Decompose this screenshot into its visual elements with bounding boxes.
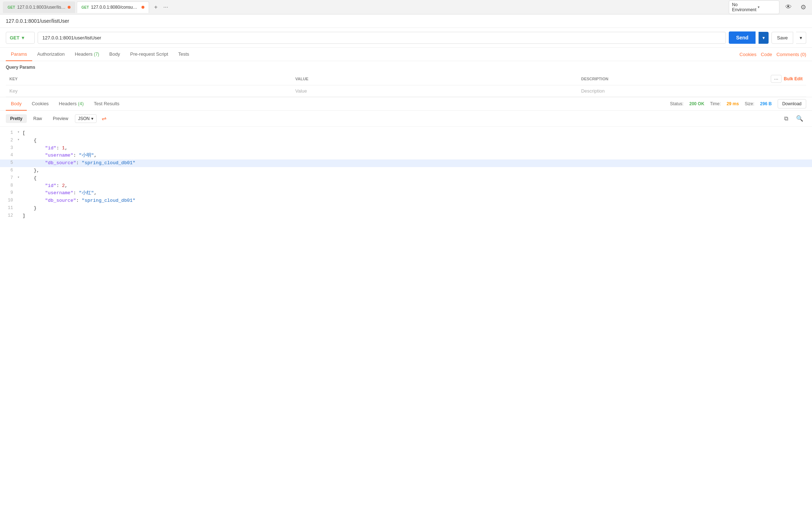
code-line-6: 6 }, (0, 167, 812, 175)
response-header: Body Cookies Headers (4) Test Results St… (0, 97, 812, 111)
tab-params[interactable]: Params (6, 48, 32, 61)
copy-icon[interactable]: ⧉ (781, 114, 791, 123)
resp-tab-cookies[interactable]: Cookies (27, 97, 54, 111)
col-desc-header: DESCRIPTION ··· Bulk Edit (578, 73, 806, 85)
tab-pre-request-script[interactable]: Pre-request Script (125, 48, 173, 61)
line-toggle (17, 145, 22, 152)
line-content: } (22, 205, 812, 212)
raw-button[interactable]: Raw (29, 114, 46, 123)
resp-tab-headers[interactable]: Headers (4) (54, 97, 89, 111)
code-line-11: 11 } (0, 205, 812, 212)
tab-authorization[interactable]: Authorization (32, 48, 70, 61)
format-chevron-icon: ▾ (91, 116, 93, 121)
search-icon[interactable]: 🔍 (793, 114, 806, 123)
line-number: 11 (0, 205, 17, 212)
send-button[interactable]: Send (729, 31, 756, 44)
line-number: 7 (0, 175, 17, 182)
request-title: 127.0.0.1:8001/user/listUser (0, 14, 812, 28)
more-tabs-button[interactable]: ··· (161, 3, 170, 12)
line-number: 10 (0, 197, 17, 205)
tab2-url: 127.0.0.1:8080/consumer/user/l... (91, 5, 139, 10)
params-table: KEY VALUE DESCRIPTION ··· Bulk Edit (6, 73, 806, 97)
tab2-dot (141, 6, 144, 9)
url-bar: GET ▾ Send ▾ Save ▾ (0, 28, 812, 48)
url-input[interactable] (38, 32, 726, 44)
time-label: Time: (710, 101, 721, 106)
col-value-header: VALUE (292, 73, 578, 85)
params-options-button[interactable]: ··· (771, 75, 782, 83)
line-toggle (17, 159, 22, 167)
chevron-down-icon: ▾ (758, 5, 776, 9)
col-key-header: KEY (6, 73, 292, 85)
line-content: { (22, 175, 812, 182)
tab-actions: + ··· (152, 3, 170, 12)
env-area: No Environment ▾ 👁 ⚙ (729, 0, 809, 14)
line-toggle[interactable]: ▾ (17, 137, 22, 145)
request-tab-right: Cookies Code Comments (0) (740, 52, 806, 57)
code-line-3: 3 "id": 1, (0, 145, 812, 152)
add-tab-button[interactable]: + (152, 3, 160, 12)
line-content: }, (22, 167, 812, 175)
wrap-icon[interactable]: ⇌ (99, 114, 109, 123)
cookies-link[interactable]: Cookies (740, 52, 757, 57)
line-toggle (17, 197, 22, 205)
tab1-url: 127.0.0.1:8003/user/listUser (17, 5, 65, 10)
tab2-method: GET (81, 5, 89, 9)
line-number: 2 (0, 137, 17, 145)
line-number: 5 (0, 159, 17, 167)
format-label: JSON (78, 116, 90, 121)
comments-link[interactable]: Comments (0) (777, 52, 806, 57)
code-line-2: 2▾ { (0, 137, 812, 145)
response-section: Body Cookies Headers (4) Test Results St… (0, 97, 812, 223)
tab-bar: GET 127.0.0.1:8003/user/listUser GET 127… (0, 0, 812, 14)
line-toggle[interactable]: ▾ (17, 129, 22, 137)
send-dropdown-button[interactable]: ▾ (758, 32, 769, 44)
bulk-edit-button[interactable]: Bulk Edit (784, 76, 803, 81)
tab1-dot (68, 6, 71, 9)
desc-input-cell[interactable]: Description (578, 85, 806, 97)
query-params-title: Query Params (6, 65, 806, 70)
code-line-10: 10 "db_source": "spring_cloud_db01" (0, 197, 812, 205)
code-link[interactable]: Code (761, 52, 772, 57)
save-dropdown-button[interactable]: ▾ (796, 32, 806, 44)
line-toggle (17, 205, 22, 212)
tab-body[interactable]: Body (104, 48, 125, 61)
tab1-method: GET (8, 5, 15, 9)
line-number: 1 (0, 129, 17, 137)
resp-tab-test-results[interactable]: Test Results (89, 97, 124, 111)
line-toggle[interactable]: ▾ (17, 175, 22, 182)
line-number: 8 (0, 182, 17, 190)
line-content: ] (22, 212, 812, 220)
code-area: 1▾[2▾ {3 "id": 1,4 "username": "小明",5 "d… (0, 127, 812, 223)
tab-2[interactable]: GET 127.0.0.1:8080/consumer/user/l... (77, 1, 149, 13)
line-content: "db_source": "spring_cloud_db01" (22, 159, 812, 167)
tab-1[interactable]: GET 127.0.0.1:8003/user/listUser (3, 1, 75, 13)
download-button[interactable]: Download (778, 99, 806, 108)
line-content: "db_source": "spring_cloud_db01" (22, 197, 812, 205)
toolbar-right: ⧉ 🔍 (781, 114, 806, 123)
value-input-cell[interactable]: Value (292, 85, 578, 97)
request-tabs: Params Authorization Headers (7) Body Pr… (0, 48, 812, 61)
gear-icon[interactable]: ⚙ (798, 2, 809, 13)
status-value: 200 OK (689, 101, 704, 106)
tab-tests[interactable]: Tests (173, 48, 194, 61)
tab-headers[interactable]: Headers (7) (70, 48, 104, 61)
env-selector[interactable]: No Environment ▾ (729, 0, 779, 14)
line-toggle (17, 212, 22, 220)
code-line-4: 4 "username": "小明", (0, 152, 812, 159)
time-value: 29 ms (727, 101, 739, 106)
method-label: GET (10, 35, 20, 41)
query-params-section: Query Params KEY VALUE DESCRIPTION ··· B… (0, 61, 812, 97)
line-content: "username": "小明", (22, 152, 812, 159)
key-input-cell[interactable]: Key (6, 85, 292, 97)
resp-tab-body[interactable]: Body (6, 97, 27, 111)
format-selector[interactable]: JSON ▾ (75, 114, 97, 123)
response-toolbar: Pretty Raw Preview JSON ▾ ⇌ ⧉ 🔍 (0, 111, 812, 127)
method-selector[interactable]: GET ▾ (6, 32, 35, 44)
pretty-button[interactable]: Pretty (6, 114, 27, 123)
preview-button[interactable]: Preview (48, 114, 73, 123)
eye-icon[interactable]: 👁 (782, 2, 795, 12)
headers-badge: (4) (78, 101, 84, 106)
line-content: "id": 1, (22, 145, 812, 152)
save-button[interactable]: Save (771, 32, 793, 44)
